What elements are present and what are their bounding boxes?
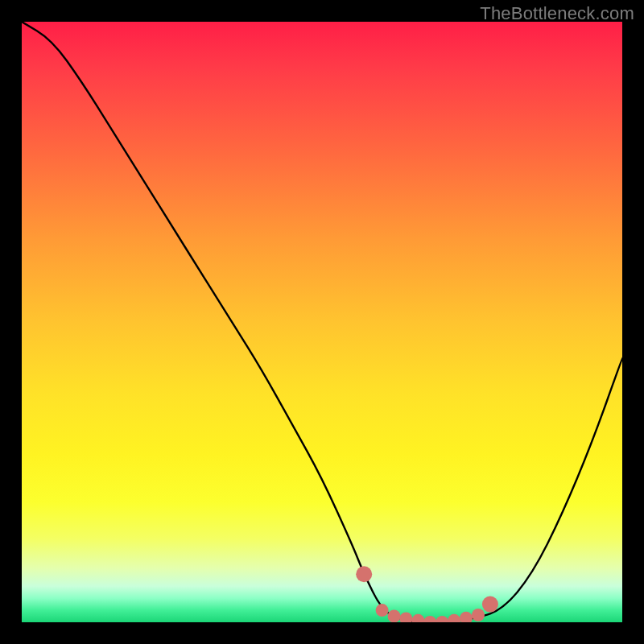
bottleneck-heat-gradient bbox=[22, 22, 622, 622]
plot-area bbox=[22, 22, 622, 622]
chart-frame: TheBottleneck.com bbox=[0, 0, 644, 644]
